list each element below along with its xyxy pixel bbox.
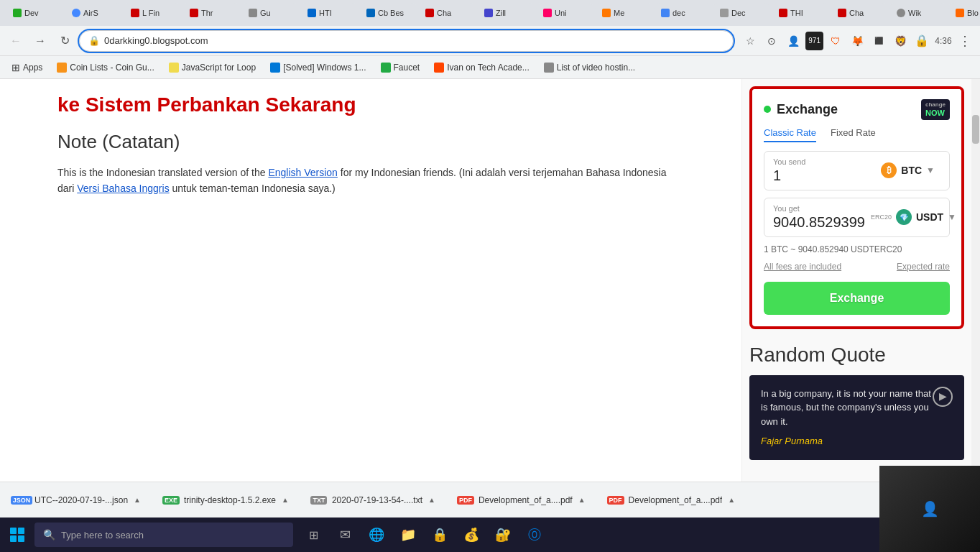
taskbar-task-view[interactable]: ⊞ [299,520,328,549]
download-chevron[interactable]: ▲ [134,496,141,504]
fixed-rate-tab[interactable]: Fixed Rate [831,127,876,142]
bookmark-favicon [381,63,391,73]
send-amount-input[interactable] [773,167,875,184]
download-exe[interactable]: EXE trinity-desktop-1.5.2.exe ▲ [158,490,295,510]
history-icon[interactable]: ⊙ [762,32,781,50]
usdt-icon: 💎 [896,209,912,225]
fee-note[interactable]: All fees are included [764,262,841,272]
tab-zill[interactable]: Zill [477,3,535,23]
exchange-footer: All fees are included Expected rate [764,262,950,272]
tab-uni[interactable]: Uni [536,3,593,23]
download-txt[interactable]: TXT 2020-07-19-13-54-....txt ▲ [306,490,441,510]
taskbar-search-icon: 🔍 [43,529,55,540]
browser-frame: Dev AirS L Fin Thr Gu HTI [0,0,980,552]
webcam-preview: 👤 [879,466,980,552]
taskbar-search[interactable]: 🔍 Type here to search [34,523,293,547]
quote-author: Fajar Purnama [761,434,953,448]
indonesian-version-link[interactable]: Versi Bahasa Inggris [77,183,169,194]
back-button[interactable]: ← [6,31,26,51]
taskbar-accessibility[interactable]: ⓪ [520,520,549,549]
tab-dev[interactable]: Dev [6,3,63,23]
bookmark-js[interactable]: JavaScript for Loop [163,61,262,74]
tab-me[interactable]: Me [595,3,652,23]
bookmark-label: Ivan on Tech Acade... [447,63,530,73]
extension-icon-1[interactable]: ⬛ [869,32,888,50]
tab-cb[interactable]: Cb Bes [359,3,417,23]
tab-airs[interactable]: AirS [65,3,122,23]
download-pdf-1[interactable]: PDF Development_of_a....pdf ▲ [453,490,591,510]
taskbar-files[interactable]: 📁 [394,520,422,549]
classic-rate-tab[interactable]: Classic Rate [764,127,816,142]
win-logo-br [18,535,24,542]
expected-rate[interactable]: Expected rate [897,262,950,272]
tab-label: L Fin [142,9,160,17]
apps-icon: ⊞ [11,62,20,73]
download-txt-chevron[interactable]: ▲ [428,496,435,504]
exchange-button[interactable]: Exchange [764,282,950,315]
tab-label: Zill [496,9,506,17]
tab-hti[interactable]: HTI [300,3,358,23]
taskbar-vpn[interactable]: 🔐 [489,520,517,549]
download-pdf-name-2: Development_of_a....pdf [629,495,723,505]
tab-cha[interactable]: Cha [418,3,476,23]
tab-blo[interactable]: Blo [948,3,980,23]
scrollbar-thumb[interactable] [972,115,979,144]
download-json-name: UTC--2020-07-19-...json [34,495,128,505]
tab-cha2[interactable]: Cha [831,3,888,23]
tab-favicon [543,9,552,17]
taskbar-finance[interactable]: 💰 [457,520,486,549]
download-json[interactable]: JSON UTC--2020-07-19-...json ▲ [9,490,147,510]
taskbar-edge[interactable]: 🌐 [362,520,391,549]
brave-wallet-icon[interactable]: 🦁 [891,32,910,50]
tab-gu[interactable]: Gu [241,3,299,23]
english-version-link[interactable]: English Version [268,167,338,178]
win-logo-tr [18,528,24,534]
download-pdf-chevron-2[interactable]: ▲ [728,496,735,504]
bookmark-ivan[interactable]: Ivan on Tech Acade... [428,61,535,74]
address-bar[interactable]: 🔒 0darkking0.blogspot.com [79,30,734,52]
tab-favicon [897,9,905,17]
bookmark-favicon [434,63,444,73]
tab-thi[interactable]: THI [772,3,829,23]
quote-play-button[interactable]: ▶ [933,387,953,407]
start-button[interactable] [0,518,34,552]
tab-label: Thr [201,9,213,17]
download-exe-name: trinity-desktop-1.5.2.exe [184,495,276,505]
menu-button[interactable]: ⋮ [956,32,974,50]
tab-dec-w[interactable]: Dec [713,3,770,23]
brave-shield-icon[interactable]: 🛡 [826,32,845,50]
download-pdf-name-1: Development_of_a....pdf [479,495,573,505]
taskbar-mail[interactable]: ✉ [330,520,359,549]
tab-favicon [249,9,257,17]
tab-label: Me [614,9,624,17]
extension-counter[interactable]: 971 [805,32,823,50]
download-pdf-2[interactable]: PDF Development_of_a....pdf ▲ [603,490,741,510]
bookmark-windows[interactable]: [Solved] Windows 1... [264,61,371,74]
rate-info: 1 BTC ~ 9040.852940 USDTERC20 [764,244,950,254]
account-icon[interactable]: 👤 [784,32,803,50]
taskbar-lock[interactable]: 🔒 [425,520,454,549]
changenow-badge: change NOW [921,99,950,120]
btc-currency-select[interactable]: ₿ BTC ▼ [875,160,940,181]
bookmark-video[interactable]: List of video hostin... [538,61,641,74]
bookmark-faucet[interactable]: Faucet [375,61,426,74]
download-exe-chevron[interactable]: ▲ [282,496,289,504]
bookmark-apps[interactable]: ⊞ Apps [6,60,48,75]
taskbar-search-placeholder: Type here to search [61,530,144,540]
badge-line2: NOW [925,109,946,118]
tab-dec-g[interactable]: dec [654,3,711,23]
tab-wik[interactable]: Wik [889,3,947,23]
refresh-button[interactable]: ↻ [55,31,75,51]
tab-thr[interactable]: Thr [182,3,240,23]
tab-favicon [838,9,846,17]
extension-icon-2[interactable]: 🔒 [912,32,931,50]
bookmark-coinlists[interactable]: Coin Lists - Coin Gu... [51,61,160,74]
forward-button[interactable]: → [30,31,50,51]
metamask-icon[interactable]: 🦊 [848,32,866,50]
usdt-currency-select[interactable]: ERC20 💎 USDT ▼ [865,206,962,228]
star-icon[interactable]: ☆ [741,32,759,50]
tab-fin[interactable]: L Fin [124,3,181,23]
taskbar: 🔍 Type here to search ⊞ ✉ 🌐 📁 🔒 💰 🔐 ⓪ ▲ … [0,518,980,552]
send-label: You send [773,157,875,166]
download-pdf-chevron-1[interactable]: ▲ [578,496,586,504]
